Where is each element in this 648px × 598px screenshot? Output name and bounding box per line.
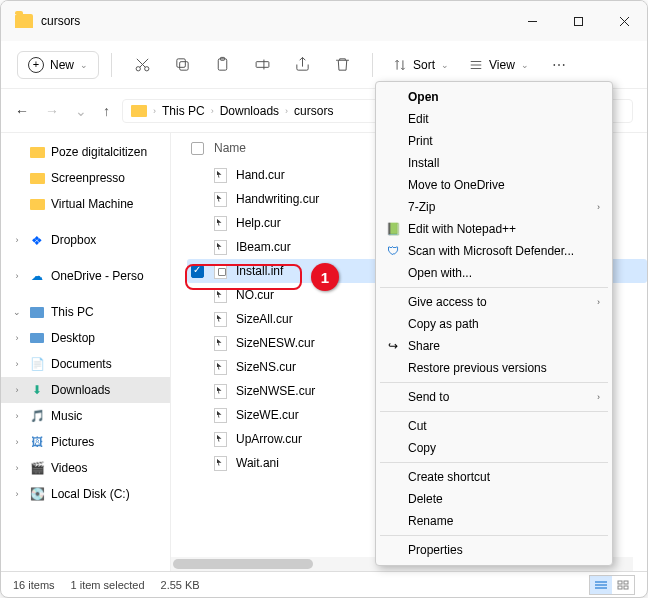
cm-install[interactable]: Install bbox=[378, 152, 610, 174]
cm-give-access[interactable]: Give access to› bbox=[378, 291, 610, 313]
cm-label: Open with... bbox=[408, 266, 472, 280]
delete-button[interactable] bbox=[324, 49, 360, 81]
cm-label: Restore previous versions bbox=[408, 361, 547, 375]
cursor-file-icon bbox=[214, 288, 227, 303]
breadcrumb-thispc[interactable]: This PC bbox=[162, 104, 205, 118]
sidebar-item-music[interactable]: ›🎵Music bbox=[1, 403, 170, 429]
pc-icon bbox=[30, 307, 44, 318]
cm-move-onedrive[interactable]: Move to OneDrive bbox=[378, 174, 610, 196]
maximize-button[interactable] bbox=[555, 1, 601, 41]
cm-label: Rename bbox=[408, 514, 453, 528]
minimize-button[interactable] bbox=[509, 1, 555, 41]
file-name: SizeNS.cur bbox=[236, 360, 296, 374]
recent-button[interactable]: ⌄ bbox=[75, 103, 87, 119]
sidebar-item-screenpresso[interactable]: Screenpresso bbox=[1, 165, 170, 191]
sidebar-item-desktop[interactable]: ›Desktop bbox=[1, 325, 170, 351]
cursor-file-icon bbox=[214, 192, 227, 207]
sidebar-item-downloads[interactable]: ›⬇Downloads bbox=[1, 377, 170, 403]
cm-open[interactable]: Open bbox=[378, 86, 610, 108]
sidebar-label: Music bbox=[51, 409, 82, 423]
cm-label: Print bbox=[408, 134, 433, 148]
view-button[interactable]: View ⌄ bbox=[461, 53, 537, 77]
cm-label: Install bbox=[408, 156, 439, 170]
sidebar-item-vm[interactable]: Virtual Machine bbox=[1, 191, 170, 217]
cm-rename[interactable]: Rename bbox=[378, 510, 610, 532]
cm-label: Properties bbox=[408, 543, 463, 557]
cm-copy-path[interactable]: Copy as path bbox=[378, 313, 610, 335]
sidebar-label: Dropbox bbox=[51, 233, 96, 247]
cm-copy[interactable]: Copy bbox=[378, 437, 610, 459]
callout-number-1: 1 bbox=[311, 263, 339, 291]
onedrive-icon: ☁ bbox=[29, 268, 45, 284]
cm-notepadpp[interactable]: 📗Edit with Notepad++ bbox=[378, 218, 610, 240]
sort-icon bbox=[393, 58, 407, 72]
cm-share[interactable]: ↪Share bbox=[378, 335, 610, 357]
cm-label: Send to bbox=[408, 390, 449, 404]
thumbnails-view-button[interactable] bbox=[612, 576, 634, 594]
chevron-down-icon: ⌄ bbox=[441, 60, 449, 70]
music-icon: 🎵 bbox=[29, 408, 45, 424]
cm-label: Give access to bbox=[408, 295, 487, 309]
cursor-file-icon bbox=[214, 360, 227, 375]
share-icon: ↪ bbox=[385, 338, 401, 354]
file-name: SizeWE.cur bbox=[236, 408, 299, 422]
cm-restore[interactable]: Restore previous versions bbox=[378, 357, 610, 379]
cursor-file-icon bbox=[214, 240, 227, 255]
cm-edit[interactable]: Edit bbox=[378, 108, 610, 130]
submenu-arrow-icon: › bbox=[597, 202, 600, 212]
sidebar-item-dropbox[interactable]: ›❖Dropbox bbox=[1, 227, 170, 253]
file-name: SizeNWSE.cur bbox=[236, 384, 315, 398]
sort-button[interactable]: Sort ⌄ bbox=[385, 53, 457, 77]
new-button[interactable]: + New ⌄ bbox=[17, 51, 99, 79]
sidebar: Poze digitalcitizen Screenpresso Virtual… bbox=[1, 133, 171, 571]
select-all-checkbox[interactable] bbox=[191, 142, 204, 155]
share-button[interactable] bbox=[284, 49, 320, 81]
folder-icon bbox=[15, 14, 33, 28]
rename-button[interactable] bbox=[244, 49, 280, 81]
svg-rect-1 bbox=[574, 17, 582, 25]
cm-delete[interactable]: Delete bbox=[378, 488, 610, 510]
cm-openwith[interactable]: Open with... bbox=[378, 262, 610, 284]
view-toggle[interactable] bbox=[589, 575, 635, 595]
status-size: 2.55 KB bbox=[161, 579, 200, 591]
cut-button[interactable] bbox=[124, 49, 160, 81]
cursor-file-icon bbox=[214, 168, 227, 183]
cm-defender[interactable]: 🛡Scan with Microsoft Defender... bbox=[378, 240, 610, 262]
details-view-button[interactable] bbox=[590, 576, 612, 594]
breadcrumb-cursors[interactable]: cursors bbox=[294, 104, 333, 118]
sidebar-item-documents[interactable]: ›📄Documents bbox=[1, 351, 170, 377]
back-button[interactable]: ← bbox=[15, 103, 29, 119]
view-label: View bbox=[489, 58, 515, 72]
close-button[interactable] bbox=[601, 1, 647, 41]
cm-sendto[interactable]: Send to› bbox=[378, 386, 610, 408]
more-button[interactable]: ⋯ bbox=[541, 49, 577, 81]
file-checkbox[interactable] bbox=[191, 265, 204, 278]
sidebar-label: Downloads bbox=[51, 383, 110, 397]
videos-icon: 🎬 bbox=[29, 460, 45, 476]
cm-label: Create shortcut bbox=[408, 470, 490, 484]
file-name: SizeNESW.cur bbox=[236, 336, 315, 350]
up-button[interactable]: ↑ bbox=[103, 103, 110, 119]
cm-shortcut[interactable]: Create shortcut bbox=[378, 466, 610, 488]
column-name[interactable]: Name bbox=[214, 141, 246, 155]
cm-7zip[interactable]: 7-Zip› bbox=[378, 196, 610, 218]
file-name: Handwriting.cur bbox=[236, 192, 319, 206]
sidebar-item-localdisk[interactable]: ›💽Local Disk (C:) bbox=[1, 481, 170, 507]
sidebar-item-pictures[interactable]: ›🖼Pictures bbox=[1, 429, 170, 455]
dropbox-icon: ❖ bbox=[29, 232, 45, 248]
cm-properties[interactable]: Properties bbox=[378, 539, 610, 561]
sidebar-item-videos[interactable]: ›🎬Videos bbox=[1, 455, 170, 481]
breadcrumb-downloads[interactable]: Downloads bbox=[220, 104, 279, 118]
sidebar-item-poze[interactable]: Poze digitalcitizen bbox=[1, 139, 170, 165]
svg-rect-12 bbox=[256, 62, 269, 68]
sidebar-item-thispc[interactable]: ⌄This PC bbox=[1, 299, 170, 325]
paste-button[interactable] bbox=[204, 49, 240, 81]
copy-button[interactable] bbox=[164, 49, 200, 81]
sidebar-item-onedrive[interactable]: ›☁OneDrive - Perso bbox=[1, 263, 170, 289]
cm-label: Edit bbox=[408, 112, 429, 126]
disk-icon: 💽 bbox=[29, 486, 45, 502]
cm-cut[interactable]: Cut bbox=[378, 415, 610, 437]
cm-print[interactable]: Print bbox=[378, 130, 610, 152]
notepadpp-icon: 📗 bbox=[385, 221, 401, 237]
forward-button[interactable]: → bbox=[45, 103, 59, 119]
